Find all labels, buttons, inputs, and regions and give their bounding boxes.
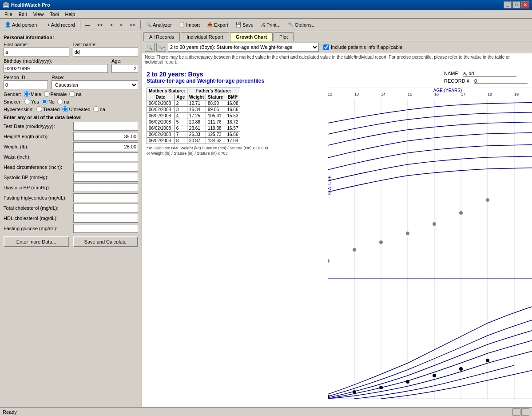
import-button[interactable]: 📋 Import	[176, 20, 203, 30]
zoom-out-button[interactable]: 🔍−	[156, 43, 166, 52]
zoom-in-icon: 🔍	[147, 44, 153, 50]
include-patient-info-checkbox[interactable]	[323, 44, 329, 50]
tab-all-records[interactable]: All Records	[143, 32, 180, 41]
field-input-2[interactable]	[73, 142, 138, 151]
smoker-no[interactable]: No	[42, 99, 55, 104]
smoker-label: Smoker:	[4, 99, 22, 104]
tab-growth-chart[interactable]: Growth Chart	[230, 32, 273, 41]
enter-more-data-button[interactable]: Enter more Data...	[4, 236, 69, 247]
save-button[interactable]: 💾 Save	[232, 20, 257, 30]
zoom-in-button[interactable]: 🔍	[145, 43, 155, 52]
menu-view[interactable]: View	[31, 11, 47, 17]
table-row: 06/02/2008212.7188.9016.08	[147, 100, 240, 107]
save-calculate-button[interactable]: Save and Calculate	[73, 236, 139, 247]
bmi-note-2: or Weight (lb) / Stature (in) / Stature …	[147, 151, 324, 156]
export-button[interactable]: 📤 Export	[204, 20, 231, 30]
birthday-group: Birthday (mo/dd/yyyy):	[4, 58, 108, 73]
svg-text:13: 13	[354, 92, 359, 96]
close-btn[interactable]: ✕	[521, 1, 529, 8]
gender-female[interactable]: Female	[44, 91, 67, 97]
gender-male[interactable]: Male	[24, 91, 41, 97]
field-row-0: Test Date (mo/dd/yyyy):	[4, 122, 138, 131]
hypertension-treated[interactable]: Treated	[36, 106, 60, 112]
field-input-7[interactable]	[73, 193, 138, 202]
svg-text:19: 19	[514, 92, 519, 96]
menu-file[interactable]: File	[2, 11, 15, 17]
add-record-button[interactable]: + Add record	[44, 20, 78, 30]
hypertension-untreated[interactable]: Untreated	[62, 106, 90, 112]
options-button[interactable]: 🔧 Options...	[285, 20, 319, 30]
smoker-yes[interactable]: Yes	[24, 99, 39, 104]
data-point-age4	[379, 386, 383, 389]
bmi-note-1: *To Calculate BMI: Weight (kg) / Stature…	[147, 146, 324, 150]
nav-prev-button[interactable]: <	[117, 20, 126, 30]
age-input[interactable]	[111, 64, 138, 73]
gender-row: Gender: Male Female na	[4, 91, 138, 97]
field-label-6: Diastolic BP (mmHg):	[4, 185, 73, 190]
first-name-input[interactable]	[4, 48, 69, 56]
svg-text:AGE (YEARS): AGE (YEARS)	[433, 88, 462, 93]
note-bar: Note: There may be a discrepancy between…	[142, 53, 532, 66]
maximize-btn[interactable]: □	[512, 1, 520, 8]
toolbar: 👤 Add person + Add record — >> > < << 🔍 …	[0, 19, 532, 31]
data-point-age5	[406, 380, 409, 384]
toolbar-separator-3	[140, 20, 141, 29]
tab-plot[interactable]: Plot	[274, 32, 294, 41]
status-btn-1[interactable]	[512, 408, 520, 416]
svg-text:12: 12	[328, 92, 332, 96]
field-row-3: Waist (inch):	[4, 152, 138, 161]
chart-area[interactable]: 2 to 20 years: Boys Stature-for-age and …	[142, 66, 532, 407]
name-row: NAME a, dd	[444, 71, 528, 76]
name-row: First name: Last name:	[4, 42, 138, 56]
app-icon: 🏥	[3, 2, 9, 8]
nav-first-button[interactable]: <<	[127, 20, 139, 30]
menu-help[interactable]: Help	[63, 11, 78, 17]
table-row: 06/02/2008830.87134.6217.04	[147, 138, 240, 144]
field-row-1: Height/Length (inch):	[4, 132, 138, 141]
stature-col-header: Stature	[206, 94, 225, 100]
field-row-2: Weight (lb):	[4, 142, 138, 151]
menu-edit[interactable]: Edit	[16, 11, 30, 17]
field-input-3[interactable]	[73, 152, 138, 161]
field-input-5[interactable]	[73, 173, 138, 182]
first-name-group: First name:	[4, 42, 69, 56]
tab-individual-report[interactable]: Individual Report	[181, 32, 229, 41]
smoker-na[interactable]: na	[57, 99, 69, 104]
minimize-btn[interactable]: _	[504, 1, 512, 8]
svg-text:14: 14	[381, 92, 385, 96]
menu-tool[interactable]: Tool	[47, 11, 61, 17]
chart-type-select[interactable]: 2 to 20 years (Boys): Stature-for-age an…	[168, 43, 319, 52]
nav-next-button[interactable]: >	[107, 20, 115, 30]
data-entry-header: Enter any or all of the data below:	[4, 115, 138, 120]
analyzer-button[interactable]: 🔍 Analyzer	[143, 20, 175, 30]
person-id-input[interactable]	[4, 80, 48, 89]
data-point-age8	[486, 359, 489, 362]
race-select[interactable]: Caucasian African American Hispanic Asia…	[52, 80, 138, 89]
field-input-6[interactable]	[73, 183, 138, 192]
nav-prev-prev-button[interactable]: —	[82, 20, 93, 30]
field-input-4[interactable]	[73, 163, 138, 172]
last-name-input[interactable]	[73, 48, 139, 56]
hypertension-na[interactable]: na	[93, 106, 105, 112]
stature-point-age7	[459, 211, 463, 215]
record-value: 0	[474, 78, 528, 84]
field-input-10[interactable]	[73, 224, 138, 233]
field-input-1[interactable]	[73, 132, 138, 141]
field-input-0[interactable]	[73, 122, 138, 131]
age-col-header: Age	[174, 94, 187, 100]
gender-na[interactable]: na	[69, 91, 81, 97]
svg-text:15: 15	[408, 92, 412, 96]
status-btn-2[interactable]	[521, 408, 529, 416]
nav-next-next-button[interactable]: >>	[94, 20, 106, 30]
field-input-8[interactable]	[73, 204, 138, 212]
print-button[interactable]: 🖨 Print...	[258, 20, 284, 30]
field-label-5: Systolic BP (mmHg):	[4, 175, 73, 180]
birthday-label: Birthday (mo/dd/yyyy):	[4, 58, 108, 64]
toolbar-separator	[42, 20, 42, 29]
add-person-button[interactable]: 👤 Add person	[2, 20, 40, 30]
table-row: 06/02/2008520.88111.7616.72	[147, 119, 240, 125]
field-input-9[interactable]	[73, 214, 138, 223]
stature-point-age6	[433, 222, 436, 226]
include-patient-info-label: Include patient's info if applicable	[331, 44, 402, 50]
birthday-input[interactable]	[4, 64, 108, 73]
